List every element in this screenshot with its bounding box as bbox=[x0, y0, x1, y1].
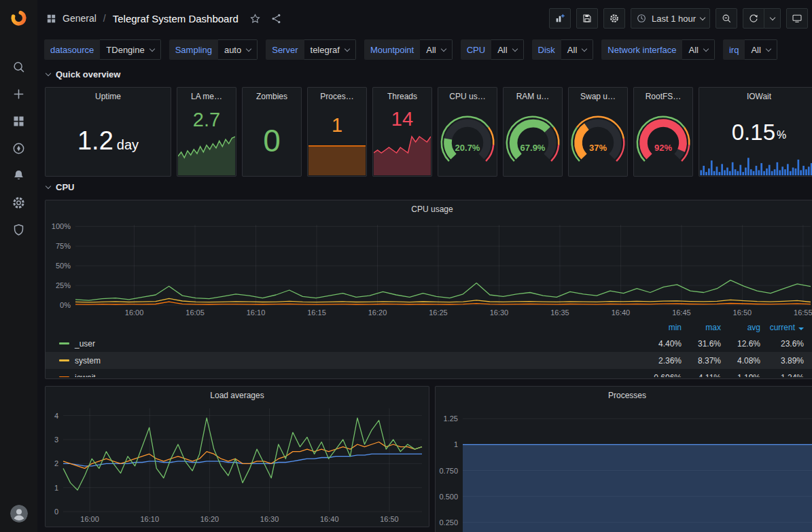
variable-label: Mountpoint bbox=[364, 39, 420, 60]
svg-text:0: 0 bbox=[54, 508, 58, 516]
refresh-button[interactable] bbox=[743, 8, 764, 29]
variable-server: Server telegraf bbox=[266, 39, 356, 60]
panel-processes-stat: Proces… 1 bbox=[307, 87, 367, 177]
chevron-down-icon bbox=[46, 183, 51, 188]
sidebar-bottom bbox=[10, 505, 28, 522]
add-icon[interactable] bbox=[0, 80, 37, 107]
svg-text:16:00: 16:00 bbox=[125, 308, 144, 317]
variable-value-dropdown[interactable]: auto bbox=[218, 39, 258, 60]
variable-label: Sampling bbox=[169, 39, 218, 60]
variable-value-dropdown[interactable]: All bbox=[420, 39, 452, 60]
panel-processes-graph: Processes 0.2500.5000.75011.25 bbox=[435, 386, 812, 532]
load-averages-chart[interactable]: 0123416:0016:1016:2016:3016:4016:50 bbox=[46, 404, 429, 527]
panel-zombies: Zombies 0 bbox=[242, 87, 302, 177]
user-avatar[interactable] bbox=[10, 505, 28, 522]
svg-text:100%: 100% bbox=[52, 222, 71, 230]
chevron-down-icon bbox=[345, 46, 350, 51]
time-range-picker[interactable]: Last 1 hour bbox=[631, 8, 710, 29]
share-icon[interactable] bbox=[270, 13, 282, 24]
svg-text:2: 2 bbox=[54, 459, 58, 467]
breadcrumb-separator: / bbox=[103, 13, 106, 24]
dashboard-settings-button[interactable] bbox=[603, 8, 625, 29]
dashboard-canvas: Quick overview Uptime 1.2 day LA me… 2.7 bbox=[37, 63, 812, 532]
variable-value-dropdown[interactable]: All bbox=[682, 39, 714, 60]
variable-value-dropdown[interactable]: All bbox=[491, 39, 523, 60]
breadcrumb: General / Telegraf System Dashboard bbox=[46, 13, 282, 24]
alerting-bell-icon[interactable] bbox=[0, 162, 37, 189]
panel-title[interactable]: Processes bbox=[436, 387, 812, 404]
variable-value-dropdown[interactable]: All bbox=[561, 39, 593, 60]
svg-text:16:30: 16:30 bbox=[260, 515, 279, 523]
variable-label: datasource bbox=[44, 39, 100, 60]
rootfs-gauge bbox=[634, 104, 692, 176]
configuration-gear-icon[interactable] bbox=[0, 189, 37, 216]
panel-title[interactable]: RootFS… bbox=[634, 88, 692, 105]
legend-col-current[interactable]: current bbox=[760, 323, 804, 332]
panel-threads: Threads 14 bbox=[372, 87, 432, 177]
breadcrumb-section[interactable]: General bbox=[63, 13, 96, 24]
svg-text:0.500: 0.500 bbox=[439, 493, 458, 501]
grafana-logo-icon[interactable] bbox=[0, 0, 37, 35]
bottom-panels: Load averages 0123416:0016:1016:2016:301… bbox=[45, 386, 812, 532]
add-panel-button[interactable] bbox=[549, 8, 571, 29]
cpu-usage-chart[interactable]: 0%25%50%75%100%16:0016:0516:1016:1516:20… bbox=[46, 218, 812, 320]
legend-col-min[interactable]: min bbox=[642, 323, 682, 332]
panel-title[interactable]: CPU usage bbox=[46, 200, 812, 218]
time-range-label: Last 1 hour bbox=[652, 14, 696, 24]
panel-title[interactable]: CPU us… bbox=[438, 88, 497, 105]
stat-unit: day bbox=[117, 129, 139, 153]
zoom-out-button[interactable] bbox=[716, 8, 737, 29]
variable-value-dropdown[interactable]: TDengine bbox=[100, 39, 160, 60]
variable-disk: Disk All bbox=[532, 39, 594, 60]
explore-compass-icon[interactable] bbox=[0, 135, 37, 162]
stat-value: 14 bbox=[391, 109, 413, 129]
refresh-interval-dropdown[interactable] bbox=[764, 8, 781, 29]
variable-network-interface: Network interface All bbox=[601, 39, 715, 60]
chevron-down-icon bbox=[246, 46, 251, 51]
variable-value-dropdown[interactable]: All bbox=[745, 39, 777, 60]
panel-title[interactable]: Proces… bbox=[308, 88, 366, 105]
row-header-cpu[interactable]: CPU bbox=[45, 179, 812, 194]
star-icon[interactable] bbox=[249, 13, 261, 24]
breadcrumb-title[interactable]: Telegraf System Dashboard bbox=[113, 13, 239, 24]
legend-series-toggle[interactable]: _user bbox=[59, 339, 642, 349]
legend-series-toggle[interactable]: system bbox=[59, 356, 642, 366]
svg-text:16:05: 16:05 bbox=[186, 308, 205, 317]
grafana-app: General / Telegraf System Dashboard bbox=[0, 0, 812, 532]
legend-series-toggle[interactable]: iowait bbox=[59, 373, 642, 378]
svg-text:25%: 25% bbox=[56, 281, 71, 289]
svg-text:1: 1 bbox=[54, 484, 58, 492]
sort-desc-icon bbox=[798, 327, 804, 330]
row-header-quick-overview[interactable]: Quick overview bbox=[45, 67, 812, 82]
panel-title[interactable]: Zombies bbox=[243, 88, 301, 105]
cycle-view-mode-button[interactable] bbox=[786, 8, 808, 29]
variable-value-dropdown[interactable]: telegraf bbox=[304, 39, 356, 60]
stat-unit: % bbox=[777, 122, 786, 141]
legend-col-max[interactable]: max bbox=[682, 323, 721, 332]
search-icon[interactable] bbox=[0, 53, 37, 80]
toolbar: Last 1 hour bbox=[549, 8, 808, 29]
panel-iowait: IOWait 0.15 % bbox=[699, 87, 812, 177]
server-admin-shield-icon[interactable] bbox=[0, 216, 37, 243]
stat-value: 1 bbox=[332, 116, 342, 135]
panel-title[interactable]: LA me… bbox=[177, 88, 236, 105]
panel-title[interactable]: IOWait bbox=[699, 88, 812, 105]
processes-chart[interactable]: 0.2500.5000.75011.25 bbox=[436, 404, 812, 532]
main-area: General / Telegraf System Dashboard bbox=[37, 0, 812, 532]
svg-text:75%: 75% bbox=[56, 242, 71, 250]
dashboards-icon[interactable] bbox=[0, 107, 37, 135]
panel-title[interactable]: Load averages bbox=[46, 387, 429, 404]
svg-text:4: 4 bbox=[54, 412, 58, 420]
iowait-sparkline bbox=[700, 156, 812, 175]
gauge-value: 92% bbox=[634, 143, 692, 153]
zombies-stat: 0 bbox=[243, 105, 301, 176]
panel-title[interactable]: RAM u… bbox=[504, 88, 562, 105]
chevron-down-icon bbox=[769, 14, 775, 20]
legend-col-avg[interactable]: avg bbox=[721, 323, 760, 332]
panel-title[interactable]: Uptime bbox=[46, 88, 171, 105]
panel-title[interactable]: Swap u… bbox=[569, 88, 627, 105]
save-dashboard-button[interactable] bbox=[576, 8, 598, 29]
stat-value: 1.2 bbox=[77, 128, 113, 154]
variable-label: CPU bbox=[461, 39, 491, 60]
quick-overview-panels: Uptime 1.2 day LA me… 2.7 Zombies bbox=[45, 87, 812, 177]
